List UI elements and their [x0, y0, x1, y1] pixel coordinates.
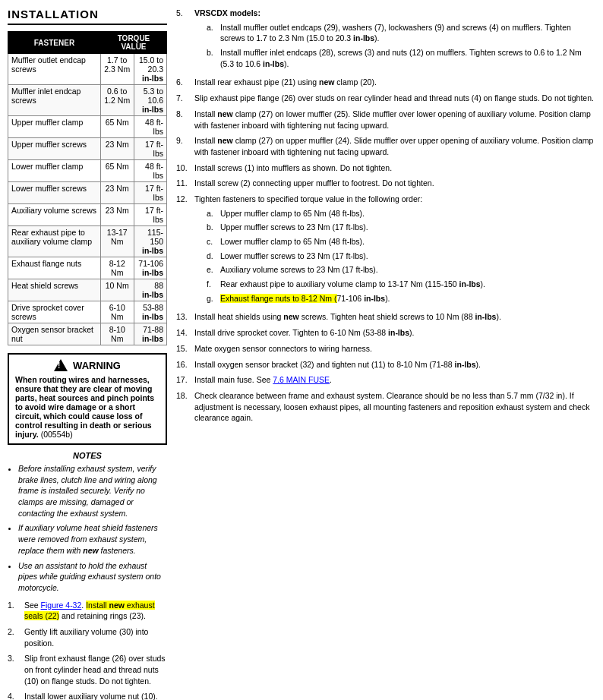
table-header-torque: TORQUE VALUE	[100, 32, 166, 54]
sub-label: b.	[207, 222, 217, 233]
table-cell-imperial: 48 ft-lbs	[134, 160, 166, 182]
notes-list: Before installing exhaust system, verify…	[8, 463, 167, 594]
step-content: Slip exhaust pipe flange (26) over studs…	[194, 93, 595, 104]
list-item: Tighten fasteners to specified torque va…	[176, 194, 595, 307]
table-cell-fastener: Lower muffler clamp	[8, 160, 101, 182]
table-cell-nm: 23 Nm	[100, 182, 134, 204]
table-cell-nm: 1.7 to 2.3 Nm	[100, 54, 134, 85]
table-header-fastener: FASTENER	[8, 32, 101, 54]
step-content: Slip front exhaust flange (26) over stud…	[24, 653, 167, 686]
list-item: b.Upper muffler screws to 23 Nm (17 ft-l…	[207, 222, 595, 233]
list-item: d.Lower muffler screws to 23 Nm (17 ft-l…	[207, 251, 595, 262]
table-cell-imperial: 48 ft-lbs	[134, 116, 166, 138]
list-item: Install main fuse. See 7.6 MAIN FUSE.	[176, 374, 595, 386]
right-column: VRSCDX models: a.Install muffler outlet …	[176, 8, 595, 700]
sub-content: Lower muffler clamp to 65 Nm (48 ft-lbs)…	[220, 236, 365, 248]
table-cell-imperial: 17 ft-lbs	[134, 182, 166, 204]
list-item: Install rear exhaust pipe (21) using new…	[176, 77, 595, 88]
table-cell-fastener: Auxiliary volume screws	[8, 204, 101, 226]
step-content: Install screws (1) into mufflers as show…	[194, 162, 595, 174]
table-cell-nm: 13-17 Nm	[100, 226, 134, 257]
table-cell-fastener: Upper muffler screws	[8, 138, 101, 160]
table-cell-nm: 65 Nm	[100, 160, 134, 182]
table-cell-imperial: 71-106 in-lbs	[134, 257, 166, 279]
page-container: INSTALLATION FASTENER TORQUE VALUE Muffl…	[8, 8, 595, 700]
figure-link[interactable]: Figure 4-32	[41, 601, 82, 610]
sub-label: d.	[207, 251, 217, 262]
table-cell-nm: 8-12 Nm	[100, 257, 134, 279]
list-item: e.Auxiliary volume screws to 23 Nm (17 f…	[207, 264, 595, 276]
list-item: Install new clamp (27) on upper muffler …	[176, 135, 595, 157]
vrscdx-title: VRSCDX models:	[194, 8, 260, 17]
table-cell-imperial: 17 ft-lbs	[134, 204, 166, 226]
list-item: Slip exhaust pipe flange (26) over studs…	[176, 93, 595, 104]
sub-label: f.	[207, 279, 217, 290]
step-content: Install screw (2) connecting upper muffl…	[194, 178, 595, 189]
list-item: f.Rear exhaust pipe to auxiliary volume …	[207, 279, 595, 290]
table-cell-nm: 23 Nm	[100, 204, 134, 226]
list-item: Install new clamp (27) on lower muffler …	[176, 109, 595, 131]
table-cell-fastener: Upper muffler clamp	[8, 116, 101, 138]
sub-content: Install muffler inlet endcaps (28), scre…	[220, 47, 595, 69]
sub-label: b.	[207, 47, 217, 69]
list-item: Check clearance between frame and exhaus…	[176, 390, 595, 424]
sub-content: Auxiliary volume screws to 23 Nm (17 ft-…	[220, 264, 378, 276]
notes-title: NOTES	[8, 451, 167, 460]
torque-table: FASTENER TORQUE VALUE Muffler outlet end…	[8, 31, 167, 345]
right-steps-list: VRSCDX models: a.Install muffler outlet …	[176, 8, 595, 424]
table-cell-fastener: Rear exhaust pipe to auxiliary volume cl…	[8, 226, 101, 257]
list-item: b.Install muffler inlet endcaps (28), sc…	[207, 47, 595, 69]
left-steps-list: See Figure 4-32. Install new exhaust sea…	[8, 600, 167, 700]
table-cell-fastener: Heat shield screws	[8, 279, 101, 301]
sub-content: Rear exhaust pipe to auxiliary volume cl…	[220, 279, 485, 290]
warning-box: WARNING When routing wires and harnesses…	[8, 353, 167, 445]
sub-content: Exhaust flange nuts to 8-12 Nm (71-106 i…	[220, 293, 390, 304]
sub-label: c.	[207, 236, 217, 248]
warning-text: When routing wires and harnesses, ensure…	[15, 375, 159, 439]
torque-order-list: a.Upper muffler clamp to 65 Nm (48 ft-lb…	[194, 208, 595, 304]
list-item: Mate oxygen sensor connectors to wiring …	[176, 343, 595, 355]
step-content: Install main fuse. See 7.6 MAIN FUSE.	[194, 374, 595, 386]
table-cell-fastener: Muffler inlet endcap screws	[8, 85, 101, 116]
step-content: Install rear exhaust pipe (21) using new…	[194, 77, 595, 88]
step-content: Install new clamp (27) on upper muffler …	[194, 135, 595, 157]
list-item: See Figure 4-32. Install new exhaust sea…	[8, 600, 167, 622]
table-cell-imperial: 53-88 in-lbs	[134, 301, 166, 323]
table-cell-imperial: 115-150in-lbs	[134, 226, 166, 257]
sub-label: a.	[207, 22, 217, 44]
table-cell-imperial: 5.3 to 10.6in-lbs	[134, 85, 166, 116]
table-cell-fastener: Oxygen sensor bracket nut	[8, 323, 101, 345]
main-fuse-link[interactable]: 7.6 MAIN FUSE	[273, 375, 330, 384]
step-content: Tighten fasteners to specified torque va…	[194, 194, 595, 307]
list-item: g.Exhaust flange nuts to 8-12 Nm (71-106…	[207, 293, 595, 304]
step-content: Install drive sprocket cover. Tighten to…	[194, 327, 595, 339]
table-cell-fastener: Lower muffler screws	[8, 182, 101, 204]
list-item: a.Install muffler outlet endcaps (29), w…	[207, 22, 595, 44]
table-cell-nm: 23 Nm	[100, 138, 134, 160]
list-item: Gently lift auxiliary volume (30) into p…	[8, 626, 167, 648]
list-item: Install lower auxiliary volume nut (10).	[8, 691, 167, 700]
list-item: a.Upper muffler clamp to 65 Nm (48 ft-lb…	[207, 208, 595, 219]
left-column: INSTALLATION FASTENER TORQUE VALUE Muffl…	[8, 8, 167, 700]
list-item: Before installing exhaust system, verify…	[18, 463, 167, 519]
list-item: If auxiliary volume heat shield fastener…	[18, 522, 167, 556]
table-cell-fastener: Drive sprocket cover screws	[8, 301, 101, 323]
table-cell-imperial: 71-88 in-lbs	[134, 323, 166, 345]
list-item: Install drive sprocket cover. Tighten to…	[176, 327, 595, 339]
list-item: Install screws (1) into mufflers as show…	[176, 162, 595, 174]
warning-header: WARNING	[15, 359, 159, 371]
table-cell-fastener: Exhaust flange nuts	[8, 257, 101, 279]
list-item: Install heat shields using new screws. T…	[176, 311, 595, 323]
table-cell-nm: 8-10 Nm	[100, 323, 134, 345]
list-item: Use an assistant to hold the exhaust pip…	[18, 560, 167, 594]
section-title: INSTALLATION	[8, 8, 167, 25]
step-content: Gently lift auxiliary volume (30) into p…	[24, 626, 167, 648]
warning-title: WARNING	[73, 360, 121, 371]
sub-content: Upper muffler screws to 23 Nm (17 ft-lbs…	[220, 222, 368, 233]
warning-triangle-icon	[54, 359, 68, 371]
step-content: Check clearance between frame and exhaus…	[194, 390, 595, 424]
sub-content: Lower muffler screws to 23 Nm (17 ft-lbs…	[220, 251, 368, 262]
table-cell-imperial: 15.0 to 20.3in-lbs	[134, 54, 166, 85]
sub-content: Upper muffler clamp to 65 Nm (48 ft-lbs)…	[220, 208, 365, 219]
step-content: VRSCDX models: a.Install muffler outlet …	[194, 8, 595, 72]
